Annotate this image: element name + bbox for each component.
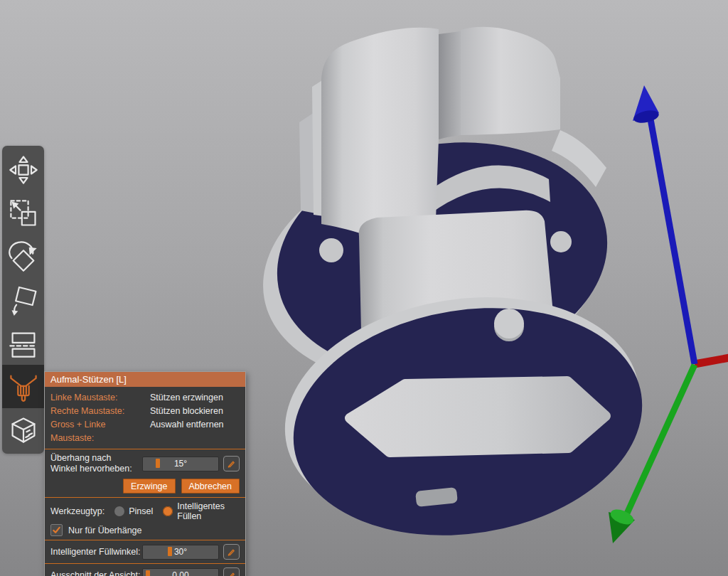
paint-supports-dialog: Aufmal-Stützen [L] Linke Maustaste: Stüt…	[44, 371, 246, 576]
hint-shift-left-mouse: Gross + Linke Maustaste: Auswahl entfern…	[50, 418, 240, 445]
radio-brush[interactable]	[114, 506, 124, 516]
divider	[45, 449, 245, 449]
hint-label: Gross + Linke Maustaste:	[50, 418, 150, 445]
hint-value: Stützen erzwingen	[150, 391, 223, 405]
pencil-icon	[227, 571, 236, 576]
smart-fill-angle-label: Intelligenter Füllwinkel:	[50, 547, 142, 557]
slider-handle[interactable]	[146, 570, 150, 576]
only-overhangs-checkbox[interactable]	[50, 524, 63, 536]
smart-fill-angle-slider[interactable]: 30°	[142, 545, 219, 560]
slider-handle[interactable]	[156, 459, 160, 468]
move-icon	[8, 154, 39, 186]
axis-z	[650, 115, 695, 364]
slicer-window: Aufmal-Stützen [L] Linke Maustaste: Stüt…	[0, 0, 728, 576]
only-overhangs-label: Nur für Überhänge	[68, 526, 142, 535]
highlight-angle-edit-button[interactable]	[223, 456, 240, 471]
radio-smart-fill-label: Intelligentes Füllen	[177, 501, 240, 521]
divider	[45, 540, 245, 540]
clipping-view-edit-button[interactable]	[223, 567, 240, 576]
hint-label: Rechte Maustaste:	[50, 405, 150, 418]
hint-right-mouse: Rechte Maustaste: Stützen blockieren	[50, 405, 240, 418]
highlight-angle-value: 15°	[174, 459, 187, 469]
pencil-icon	[227, 459, 236, 469]
tool-cut-button[interactable]	[2, 321, 44, 365]
tool-type-label: Werkzeugtyp:	[50, 506, 105, 516]
tool-seam-button[interactable]	[2, 408, 44, 452]
radio-brush-label: Pinsel	[129, 506, 153, 516]
cancel-button[interactable]: Abbrechen	[181, 479, 240, 494]
tool-scale-button[interactable]	[2, 191, 44, 235]
hint-label: Linke Maustaste:	[50, 391, 150, 405]
tool-paint-supports-button[interactable]	[2, 365, 44, 408]
gizmo-toolbar	[2, 146, 44, 454]
clipping-view-slider[interactable]: 0,00	[142, 568, 219, 576]
divider	[45, 497, 245, 498]
enforce-button[interactable]: Erzwinge	[123, 479, 175, 494]
hint-left-mouse: Linke Maustaste: Stützen erzwingen	[50, 391, 240, 405]
check-icon	[53, 526, 60, 534]
hint-value: Auswahl entfernen	[150, 418, 224, 445]
divider	[45, 563, 245, 564]
axes-indicator	[609, 85, 728, 543]
dialog-title: Aufmal-Stützen [L]	[45, 372, 245, 387]
clipping-view-label: Ausschnitt der Ansicht:	[50, 570, 142, 576]
clipping-view-value: 0,00	[172, 570, 188, 576]
highlight-angle-slider[interactable]: 15°	[142, 457, 219, 471]
tool-rotate-button[interactable]	[2, 235, 44, 278]
rotate-icon	[8, 241, 39, 272]
tool-move-button[interactable]	[2, 148, 44, 191]
highlight-angle-label: Überhang nach Winkel hervorheben:	[50, 453, 142, 474]
tool-place-on-face-button[interactable]	[2, 278, 44, 321]
hint-value: Stützen blockieren	[150, 405, 223, 418]
cut-icon	[8, 328, 39, 359]
seam-cube-icon	[8, 415, 39, 446]
axis-x	[695, 358, 728, 364]
scale-icon	[8, 198, 39, 229]
smart-fill-angle-edit-button[interactable]	[223, 544, 240, 560]
radio-smart-fill[interactable]	[163, 506, 173, 516]
paint-brush-icon	[8, 371, 39, 402]
pencil-icon	[227, 548, 236, 557]
place-on-face-icon	[8, 284, 39, 316]
slider-handle[interactable]	[168, 547, 172, 556]
smart-fill-angle-value: 30°	[174, 547, 187, 557]
